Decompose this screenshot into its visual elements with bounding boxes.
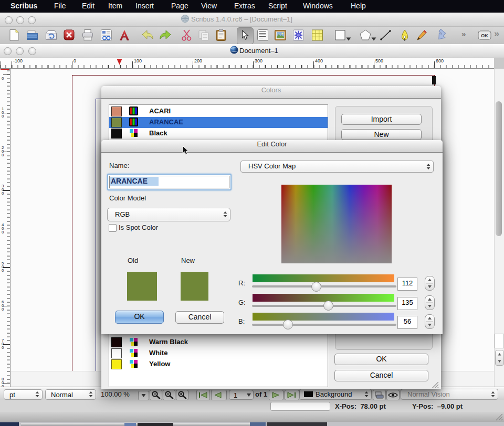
svg-text:OK: OK	[481, 33, 488, 38]
